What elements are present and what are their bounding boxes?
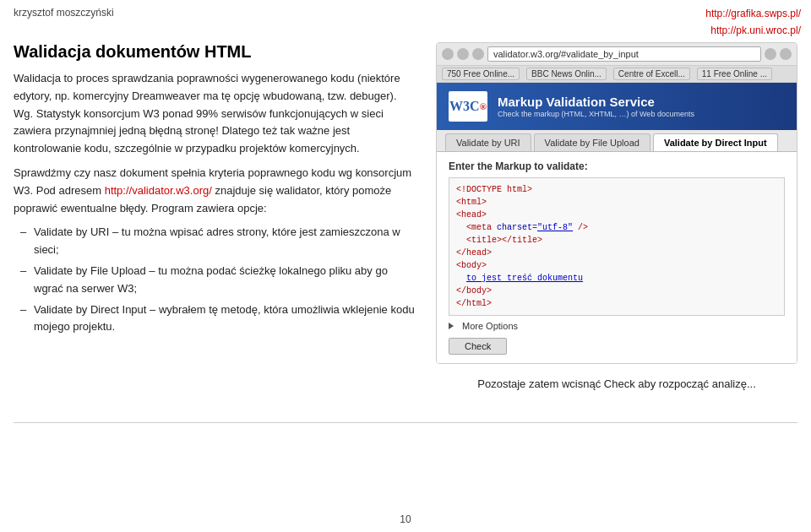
intro-paragraph: Walidacja to proces sprawdzania poprawno…: [14, 70, 419, 158]
author-label: krzysztof moszczyński: [14, 7, 114, 19]
browser-screenshot: validator.w3.org/#validate_by_input 750 …: [436, 42, 797, 364]
page-divider: [14, 422, 797, 423]
bookmark-1[interactable]: 750 Free Online...: [442, 68, 520, 80]
page-number: 10: [400, 513, 411, 525]
w3c-logo: W3C®: [449, 91, 487, 122]
validator-title: Markup Validation Service: [498, 95, 694, 110]
browser-bookmarks-bar: 750 Free Online... BBC News Onlin... Cen…: [437, 66, 797, 83]
more-options-label: More Options: [462, 321, 518, 331]
bottom-note: Pozostaje zatem wcisnąć Check aby rozpoc…: [436, 377, 797, 397]
left-column: Walidacja dokumentów HTML Walidacja to p…: [14, 42, 419, 397]
bookmark-2[interactable]: BBC News Onlin...: [526, 68, 607, 80]
browser-btn-forward[interactable]: [457, 48, 469, 60]
browser-btn-reload[interactable]: [472, 48, 484, 60]
top-link-2[interactable]: http://pk.uni.wroc.pl/: [710, 24, 801, 36]
tab-validate-direct[interactable]: Validate by Direct Input: [653, 133, 778, 151]
tab-validate-upload[interactable]: Validate by File Upload: [534, 133, 650, 151]
browser-btn-back[interactable]: [442, 48, 454, 60]
list-item-uri: Validate by URI – tu można wpisać adres …: [20, 224, 419, 259]
check-button[interactable]: Check: [449, 338, 507, 355]
validator-tabs: Validate by URI Validate by File Upload …: [437, 130, 797, 152]
browser-toolbar: validator.w3.org/#validate_by_input: [437, 43, 797, 66]
bookmark-3[interactable]: Centre of Excell...: [613, 68, 690, 80]
right-column: validator.w3.org/#validate_by_input 750 …: [436, 42, 797, 397]
validator-subtitle: Check the markup (HTML, XHTML, …) of Web…: [498, 110, 694, 118]
list-item-direct: Validate by Direct Input – wybrałem tę m…: [20, 301, 419, 337]
more-options-arrow: [449, 323, 457, 329]
validator-body: Enter the Markup to validate: <!DOCTYPE …: [437, 152, 797, 363]
options-list: Validate by URI – tu można wpisać adres …: [20, 224, 419, 336]
browser-btn-extra2[interactable]: [780, 48, 792, 60]
w3c-title-area: Markup Validation Service Check the mark…: [498, 95, 694, 118]
top-link-1[interactable]: http://grafika.swps.pl/: [705, 8, 801, 19]
validator-area: W3C® Markup Validation Service Check the…: [437, 83, 797, 363]
more-options-toggle[interactable]: More Options: [449, 321, 785, 331]
page-wrapper: Walidacja dokumentów HTML Walidacja to p…: [0, 0, 811, 422]
code-textarea[interactable]: <!DOCTYPE html> <html> <head> <meta char…: [449, 177, 785, 316]
browser-url-bar: validator.w3.org/#validate_by_input: [487, 46, 761, 62]
list-item-upload: Validate by File Upload – tu można podać…: [20, 263, 419, 298]
browser-btn-extra[interactable]: [765, 48, 776, 60]
tab-validate-uri[interactable]: Validate by URI: [445, 133, 531, 151]
top-links: http://grafika.swps.pl/ http://pk.uni.wr…: [705, 5, 801, 38]
validator-link[interactable]: http://validator.w3.org/: [105, 184, 212, 197]
bookmark-4[interactable]: 11 Free Online ...: [697, 68, 772, 80]
page-title: Walidacja dokumentów HTML: [14, 42, 419, 62]
validator-paragraph: Sprawdźmy czy nasz dokument spełnia kryt…: [14, 165, 419, 217]
w3c-header: W3C® Markup Validation Service Check the…: [437, 83, 797, 130]
validator-input-label: Enter the Markup to validate:: [449, 160, 785, 172]
